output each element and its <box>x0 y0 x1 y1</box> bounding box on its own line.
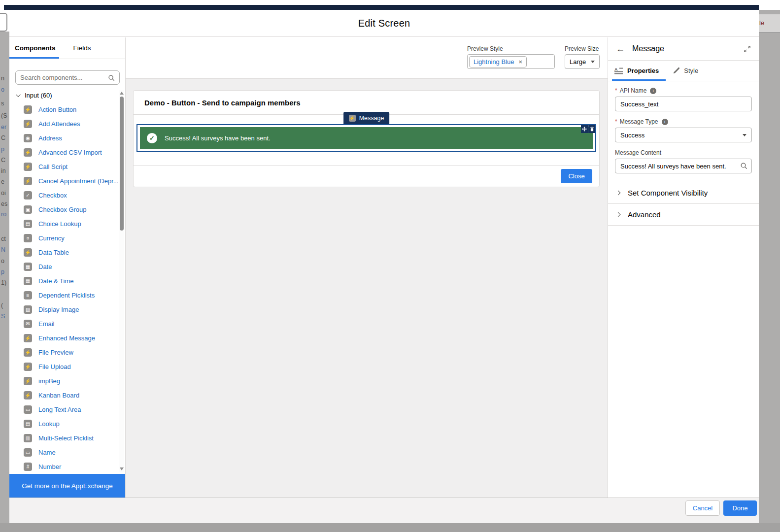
scroll-down-arrow[interactable] <box>120 467 124 470</box>
active-tab-underline <box>9 57 59 59</box>
selected-message-component[interactable]: ✓ Success! All surveys have been sent. <box>136 124 596 152</box>
back-icon[interactable]: ← <box>616 44 625 54</box>
remove-icon[interactable]: × <box>518 59 522 65</box>
scrollbar[interactable] <box>119 90 124 472</box>
component-item-label: Long Text Area <box>38 406 81 413</box>
component-item[interactable]: ⚡File Preview <box>9 345 119 360</box>
expand-icon[interactable] <box>744 45 751 53</box>
multi-select-picklist-icon: ▥ <box>24 434 32 442</box>
panel-tabs: A Properties Style <box>608 61 759 81</box>
message-content-input[interactable] <box>615 159 752 173</box>
component-item-label: Kanban Board <box>38 392 79 399</box>
lightning-icon: ⚡ <box>349 115 356 122</box>
component-item[interactable]: ▦Date & Time <box>9 274 119 288</box>
component-item-label: Data Table <box>38 249 69 256</box>
background-text-fragment: ro <box>1 211 6 218</box>
component-item[interactable]: ▭Name <box>9 445 119 460</box>
tab-components[interactable]: Components <box>15 44 56 52</box>
scroll-thumb[interactable] <box>120 97 124 231</box>
cancel-button[interactable]: Cancel <box>685 500 720 516</box>
component-item[interactable]: #Number <box>9 460 119 474</box>
component-item-label: Number <box>38 463 61 470</box>
info-icon[interactable]: i <box>662 119 668 125</box>
scroll-up-arrow[interactable] <box>120 92 124 95</box>
background-text-fragment: p <box>1 146 4 153</box>
component-item[interactable]: ▣Checkbox Group <box>9 202 119 217</box>
component-item[interactable]: ▨Display Image <box>9 302 119 317</box>
move-icon[interactable] <box>581 125 588 133</box>
screen-preview-card: Demo - Button - Send to campaign members… <box>133 90 600 187</box>
component-item[interactable]: ¤Currency <box>9 231 119 245</box>
component-item-label: Email <box>38 320 55 328</box>
component-item[interactable]: ⚡Kanban Board <box>9 388 119 402</box>
message-content-field <box>615 159 752 173</box>
background-text-fragment: o <box>1 258 4 265</box>
background-text-fragment: n <box>1 75 4 82</box>
background-text-fragment: in <box>1 167 6 174</box>
component-item[interactable]: ⚡Action Button <box>9 102 119 117</box>
component-item-label: Advanced CSV Import <box>38 149 102 156</box>
section-input-header[interactable]: Input (60) <box>16 92 52 99</box>
component-item[interactable]: ≡Dependent Picklists <box>9 288 119 302</box>
search-input[interactable] <box>20 74 108 81</box>
preview-style-pill[interactable]: Lightning Blue × <box>469 56 527 67</box>
chevron-down-icon <box>743 134 746 136</box>
tab-fields[interactable]: Fields <box>73 44 91 52</box>
component-item[interactable]: ✉Email <box>9 317 119 331</box>
textarea-icon: ▭ <box>24 405 32 414</box>
component-item[interactable]: ⚡Enhanced Message <box>9 331 119 345</box>
calendar-icon: ▦ <box>24 263 32 271</box>
component-item[interactable]: ▥Multi-Select Picklist <box>9 431 119 445</box>
background-text-fragment: p <box>1 268 4 275</box>
component-item[interactable]: ▦Date <box>9 260 119 274</box>
image-icon: ▨ <box>24 305 32 314</box>
brush-icon <box>673 67 680 74</box>
section-set-component-visibility[interactable]: Set Component Visibility <box>608 182 759 204</box>
delete-icon[interactable] <box>588 125 595 133</box>
message-type-select[interactable]: Success <box>615 128 752 142</box>
api-name-input[interactable] <box>615 97 752 111</box>
close-button[interactable]: Close <box>561 169 592 183</box>
chevron-right-icon <box>616 191 621 196</box>
background-text-fragment: ct <box>1 235 6 242</box>
api-name-label: * API Name i <box>615 87 752 94</box>
panel-header: ← Message <box>608 37 759 61</box>
success-check-icon: ✓ <box>147 133 157 143</box>
component-item-label: Lookup <box>38 420 60 428</box>
info-icon[interactable]: i <box>650 88 656 94</box>
modal-title-bar: Edit Screen <box>9 10 759 37</box>
chevron-down-icon <box>16 92 21 97</box>
tab-properties[interactable]: A Properties <box>614 61 659 81</box>
appexchange-button[interactable]: Get more on the AppExchange <box>9 474 125 498</box>
component-item[interactable]: ▤Lookup <box>9 417 119 431</box>
component-item-label: Date & Time <box>38 277 74 285</box>
search-icon[interactable] <box>740 162 747 169</box>
component-item-label: Checkbox Group <box>38 206 87 213</box>
component-item-label: Currency <box>38 234 65 242</box>
component-item[interactable]: ✓Checkbox <box>9 188 119 202</box>
component-item[interactable]: ⚡Data Table <box>9 245 119 260</box>
screen-body: ⚡ Message ✓ Success! All surveys have be… <box>134 115 599 165</box>
modal-footer: Cancel Done <box>9 498 759 523</box>
name-icon: ▭ <box>24 448 32 457</box>
component-item[interactable]: ⚡Cancel Appointment (Depr... <box>9 174 119 188</box>
done-button[interactable]: Done <box>723 500 757 516</box>
component-item-label: Choice Lookup <box>38 220 81 228</box>
component-item[interactable]: ◉Address <box>9 131 119 145</box>
component-item[interactable]: ⚡Add Attendees <box>9 117 119 131</box>
success-message-text: Success! All surveys have been sent. <box>165 134 271 142</box>
component-item[interactable]: ▤Choice Lookup <box>9 217 119 231</box>
section-advanced[interactable]: Advanced <box>608 204 759 226</box>
component-item-label: File Upload <box>38 363 71 370</box>
preview-size-select[interactable]: Large <box>565 54 600 69</box>
component-item[interactable]: ⚡File Upload <box>9 360 119 374</box>
lightning-icon: ⚡ <box>24 334 32 342</box>
lightning-icon: ⚡ <box>24 105 32 114</box>
component-item[interactable]: ⚡impBeg <box>9 374 119 388</box>
tab-style[interactable]: Style <box>673 61 698 81</box>
component-item[interactable]: ⚡Advanced CSV Import <box>9 145 119 160</box>
component-item[interactable]: ▭Long Text Area <box>9 402 119 417</box>
preview-style-combobox[interactable]: Lightning Blue × <box>467 54 555 69</box>
component-list: ⚡Action Button⚡Add Attendees◉Address⚡Adv… <box>9 102 119 474</box>
component-item[interactable]: ⚡Call Script <box>9 160 119 174</box>
